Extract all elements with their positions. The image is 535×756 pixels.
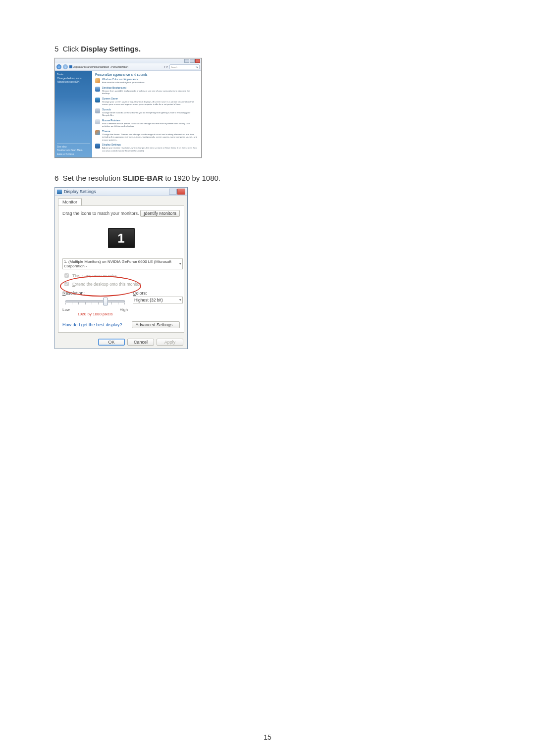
- mouse-pointer-link[interactable]: Mouse Pointers: [102, 119, 198, 122]
- cancel-button[interactable]: Cancel: [127, 339, 154, 346]
- screensaver-desc: Change your screen saver or adjust when …: [102, 101, 198, 106]
- step-5-text: 5 Click Display Settings.: [54, 45, 481, 53]
- dialog-titlebar: Display Settings: [55, 188, 187, 196]
- sidebar-item[interactable]: Change desktop icons: [57, 77, 90, 80]
- display-settings-dialog: Display Settings Monitor Drag the icons …: [54, 187, 188, 349]
- tab-monitor[interactable]: Monitor: [58, 198, 82, 205]
- control-panel-icon: [69, 65, 72, 68]
- sidebar-item[interactable]: Taskbar and Start Menu: [57, 149, 90, 152]
- identify-monitors-button[interactable]: IIdentify Monitorsdentify Monitors: [140, 210, 180, 217]
- sounds-desc: Change which sounds are heard when you d…: [102, 111, 198, 117]
- ok-button[interactable]: OK: [98, 339, 125, 346]
- colors-label: Colors:Colors:: [133, 291, 180, 296]
- step-6-text: 6 Set the resolution SLIDE-BAR to 1920 b…: [54, 174, 481, 182]
- theme-icon: [95, 130, 100, 135]
- theme-link[interactable]: Theme: [102, 130, 198, 133]
- desktop-bg-desc: Choose from available backgrounds or col…: [102, 90, 198, 95]
- mouse-pointer-icon: [95, 119, 100, 124]
- extend-desktop-checkbox-input: [64, 282, 69, 286]
- main-panel: Personalize appearance and sounds Window…: [92, 71, 201, 157]
- minimize-button[interactable]: [184, 59, 189, 63]
- resolution-slider[interactable]: [62, 297, 128, 308]
- back-button[interactable]: ‹: [56, 64, 61, 69]
- main-monitor-checkbox-input: [64, 273, 69, 278]
- monitor-thumbnail-1[interactable]: 1: [108, 228, 135, 248]
- chevron-down-icon: ▾: [179, 262, 181, 266]
- window-color-icon: [95, 78, 100, 83]
- dialog-close-button[interactable]: [177, 189, 185, 195]
- monitor-select[interactable]: 1. (Multiple Monitors) on NVIDIA GeForce…: [62, 258, 183, 269]
- refresh-icon[interactable]: ⟳: [166, 65, 168, 68]
- panel-heading: Personalize appearance and sounds: [95, 73, 198, 76]
- window-color-desc: Fine tune the color and style of your wi…: [102, 81, 198, 84]
- page-number: 15: [0, 733, 535, 741]
- display-settings-desc: Adjust your monitor resolution, which ch…: [102, 147, 198, 152]
- drag-instruction: Drag the icons to match your monitors.: [62, 211, 139, 216]
- screensaver-icon: [95, 98, 100, 102]
- search-placeholder: Search: [171, 66, 177, 68]
- desktop-bg-link[interactable]: Desktop Background: [102, 87, 198, 89]
- resolution-label: Resolution:Resolution:: [62, 291, 128, 296]
- display-settings-icon: [95, 144, 100, 149]
- step-5-number: 5: [54, 45, 58, 53]
- step-6-bold: SLIDE-BAR: [122, 174, 163, 182]
- monitor-select-value: 1. (Multiple Monitors) on NVIDIA GeForce…: [64, 259, 179, 268]
- breadcrumb-dd-icon[interactable]: ▾: [164, 65, 165, 68]
- personalization-window: ‹ › Appearance and Personalization › Per…: [54, 58, 202, 158]
- sidebar: Tasks Change desktop icons Adjust font s…: [55, 71, 92, 157]
- window-titlebar: [55, 58, 201, 63]
- window-color-link[interactable]: Window Color and Appearance: [102, 78, 198, 81]
- forward-button[interactable]: ›: [63, 64, 68, 69]
- step-5-pretext: Click: [63, 45, 81, 53]
- dialog-title-icon: [57, 190, 62, 194]
- sidebar-item[interactable]: Ease of Access: [57, 152, 90, 156]
- advanced-settings-button[interactable]: Advanced Settings...Advanced Settings...: [132, 321, 180, 328]
- screensaver-link[interactable]: Screen Saver: [102, 98, 198, 100]
- help-link[interactable]: How do I get the best display?: [62, 322, 122, 327]
- dialog-title: Display Settings: [64, 189, 169, 194]
- desktop-bg-icon: [95, 87, 100, 92]
- sounds-link[interactable]: Sounds: [102, 108, 198, 111]
- breadcrumb-bar: ‹ › Appearance and Personalization › Per…: [55, 63, 201, 71]
- step-6-number: 6: [54, 174, 58, 182]
- display-settings-link[interactable]: Display Settings: [102, 144, 198, 146]
- mouse-pointer-desc: Pick a different mouse pointer. You can …: [102, 122, 198, 128]
- step-6-pretext: Set the resolution: [63, 174, 123, 182]
- sounds-icon: [95, 108, 100, 113]
- close-button[interactable]: [195, 59, 200, 63]
- search-icon: 🔍: [196, 66, 198, 68]
- breadcrumb-text: Appearance and Personalization › Persona…: [73, 65, 128, 68]
- search-input[interactable]: Search 🔍: [169, 64, 200, 69]
- monitor-preview-area[interactable]: 1: [62, 221, 180, 255]
- main-monitor-checkbox: This is my main monitor This is my main …: [62, 272, 180, 279]
- theme-desc: Change the theme. Themes can change a wi…: [102, 133, 198, 141]
- step-6-posttext: to 1920 by 1080.: [163, 174, 220, 182]
- sidebar-seealso-label: See also: [57, 145, 90, 149]
- colors-select[interactable]: Highest (32 bit) ▾: [133, 297, 183, 303]
- resolution-value-annotation: 1920 by 1080 pixels: [62, 312, 128, 316]
- resolution-slider-thumb[interactable]: [103, 298, 108, 305]
- maximize-button[interactable]: [190, 59, 195, 63]
- sidebar-tasks-label: Tasks: [57, 73, 90, 76]
- step-5-bold: Display Settings.: [81, 45, 141, 53]
- colors-value: Highest (32 bit): [134, 298, 163, 302]
- extend-desktop-checkbox: Extend the desktop onto this monitor Ext…: [62, 280, 180, 288]
- sidebar-item[interactable]: Adjust font size (DPI): [57, 80, 90, 84]
- dialog-help-button[interactable]: [169, 189, 177, 195]
- chevron-down-icon: ▾: [179, 298, 181, 302]
- apply-button: Apply: [157, 339, 183, 346]
- breadcrumb[interactable]: Appearance and Personalization › Persona…: [69, 65, 162, 68]
